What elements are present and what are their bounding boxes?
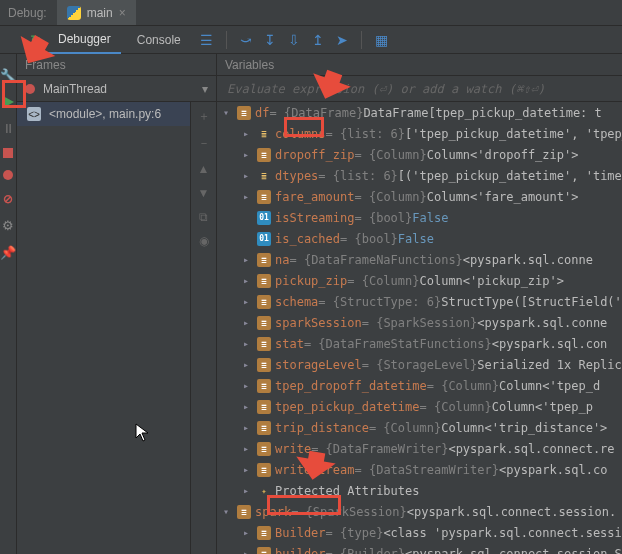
mute-breakpoints-icon[interactable]: ⊘ [3, 192, 13, 206]
chevron-right-icon[interactable] [243, 128, 257, 139]
var-protected[interactable]: ✦Protected Attributes [217, 480, 622, 501]
step-out-icon[interactable]: ↥ [309, 32, 327, 48]
restart-icon[interactable]: ↻ [30, 32, 42, 48]
var-sparksession[interactable]: ≡sparkSession = {SparkSession} <pyspark.… [217, 312, 622, 333]
chevron-right-icon[interactable] [243, 380, 257, 391]
force-step-into-icon[interactable]: ⇩ [285, 32, 303, 48]
chevron-right-icon[interactable] [243, 464, 257, 475]
chevron-right-icon[interactable] [243, 338, 257, 349]
add-icon[interactable]: ＋ [198, 108, 210, 125]
variables-tree[interactable]: ≡ df = {DataFrame} DataFrame[tpep_pickup… [217, 102, 622, 554]
var-builder[interactable]: ≡builder = {Builder} <pyspark.sql.connec… [217, 543, 622, 554]
run-to-cursor-icon[interactable]: ➤ [333, 32, 351, 48]
var-tpep-dropoff[interactable]: ≡tpep_dropoff_datetime = {Column} Column… [217, 375, 622, 396]
field-icon: ≡ [257, 274, 271, 288]
field-icon: ≡ [257, 526, 271, 540]
dataframe-icon: ≡ [237, 106, 251, 120]
chevron-right-icon[interactable] [243, 422, 257, 433]
remove-icon[interactable]: － [198, 135, 210, 152]
variables-header: Variables [217, 54, 622, 76]
var-trip-distance[interactable]: ≡trip_distance = {Column} Column<'trip_d… [217, 417, 622, 438]
list-icon: ≣ [257, 169, 271, 183]
var-write[interactable]: ≡write = {DataFrameWriter} <pyspark.sql.… [217, 438, 622, 459]
evaluate-icon[interactable]: ▦ [372, 32, 391, 48]
chevron-right-icon[interactable] [243, 191, 257, 202]
var-dtypes[interactable]: ≣dtypes = {list: 6} [('tpep_pickup_datet… [217, 165, 622, 186]
field-icon: ≡ [257, 358, 271, 372]
field-icon: ≡ [257, 421, 271, 435]
pause-icon[interactable]: ⏸ [2, 121, 15, 136]
var-fare-amount[interactable]: ≡fare_amount = {Column} Column<'fare_amo… [217, 186, 622, 207]
file-tab-main[interactable]: main × [57, 0, 136, 25]
chevron-right-icon[interactable] [243, 485, 257, 496]
field-icon: ≡ [257, 463, 271, 477]
evaluate-input[interactable]: Evaluate expression (⏎) or add a watch (… [217, 76, 622, 102]
var-iscached[interactable]: 01is_cached = {bool} False [217, 228, 622, 249]
chevron-right-icon[interactable] [243, 296, 257, 307]
debug-label: Debug: [8, 6, 47, 20]
var-name: df [255, 106, 269, 120]
resume-button[interactable] [1, 95, 15, 109]
var-writestream[interactable]: ≡writeStream = {DataStreamWriter} <pyspa… [217, 459, 622, 480]
chevron-right-icon[interactable] [243, 275, 257, 286]
var-schema[interactable]: ≡schema = {StructType: 6} StructType([St… [217, 291, 622, 312]
python-icon [67, 6, 81, 20]
chevron-right-icon[interactable] [243, 254, 257, 265]
chevron-right-icon[interactable] [243, 149, 257, 160]
var-pickup-zip[interactable]: ≡pickup_zip = {Column} Column<'pickup_zi… [217, 270, 622, 291]
pin-icon[interactable]: 📌 [0, 245, 16, 260]
var-na[interactable]: ≡na = {DataFrameNaFunctions} <pyspark.sq… [217, 249, 622, 270]
left-action-bar: 🔧 ⏸ ⊘ ⚙ 📌 [0, 54, 17, 554]
field-icon: ≡ [257, 295, 271, 309]
up-icon[interactable]: ▲ [198, 162, 210, 176]
bool-icon: 01 [257, 211, 271, 225]
variables-panel: Variables Evaluate expression (⏎) or add… [217, 54, 622, 554]
chevron-right-icon[interactable] [243, 170, 257, 181]
thread-selector[interactable]: MainThread ▾ [17, 76, 216, 102]
field-icon: ≡ [257, 253, 271, 267]
copy-icon[interactable]: ⧉ [199, 210, 208, 224]
chevron-down-icon[interactable] [223, 107, 237, 118]
view-breakpoints-icon[interactable] [3, 170, 13, 180]
stop-button[interactable] [3, 148, 13, 158]
var-spark[interactable]: ≡ spark = {SparkSession} <pyspark.sql.co… [217, 501, 622, 522]
var-Builder[interactable]: ≡Builder = {type} <class 'pyspark.sql.co… [217, 522, 622, 543]
chevron-right-icon[interactable] [243, 443, 257, 454]
chevron-right-icon[interactable] [243, 359, 257, 370]
field-icon: ≡ [257, 400, 271, 414]
field-icon: ≡ [257, 379, 271, 393]
frame-item[interactable]: <> <module>, main.py:6 [17, 102, 190, 126]
var-stat[interactable]: ≡stat = {DataFrameStatFunctions} <pyspar… [217, 333, 622, 354]
field-icon: ≡ [257, 316, 271, 330]
chevron-right-icon[interactable] [243, 527, 257, 538]
frames-side-actions: ＋ － ▲ ▼ ⧉ ◉ [190, 102, 216, 554]
var-columns[interactable]: ≣columns = {list: 6} ['tpep_pickup_datet… [217, 123, 622, 144]
chevron-right-icon[interactable] [243, 548, 257, 554]
step-over-icon[interactable]: ⤻ [237, 32, 255, 48]
chevron-down-icon[interactable] [223, 506, 237, 517]
watch-icon[interactable]: ◉ [199, 234, 209, 248]
var-isstreaming[interactable]: 01isStreaming = {bool} False [217, 207, 622, 228]
tab-debugger[interactable]: Debugger [48, 26, 121, 54]
field-icon: ≡ [257, 337, 271, 351]
chevron-down-icon: ▾ [202, 82, 208, 96]
var-df[interactable]: ≡ df = {DataFrame} DataFrame[tpep_pickup… [217, 102, 622, 123]
layout-icon[interactable]: ☰ [197, 32, 216, 48]
list-icon: ≣ [257, 127, 271, 141]
var-storagelevel[interactable]: ≡storageLevel = {StorageLevel} Serialize… [217, 354, 622, 375]
field-icon: ≡ [257, 442, 271, 456]
var-tpep-pickup[interactable]: ≡tpep_pickup_datetime = {Column} Column<… [217, 396, 622, 417]
close-icon[interactable]: × [119, 6, 126, 20]
step-into-icon[interactable]: ↧ [261, 32, 279, 48]
wrench-icon[interactable]: 🔧 [0, 68, 16, 83]
frame-label: <module>, main.py:6 [49, 107, 161, 121]
down-icon[interactable]: ▼ [198, 186, 210, 200]
var-dropoff-zip[interactable]: ≡dropoff_zip = {Column} Column<'dropoff_… [217, 144, 622, 165]
field-icon: ≡ [257, 190, 271, 204]
file-tab-label: main [87, 6, 113, 20]
chevron-right-icon[interactable] [243, 401, 257, 412]
settings-icon[interactable]: ⚙ [2, 218, 14, 233]
group-icon: ✦ [257, 484, 271, 498]
chevron-right-icon[interactable] [243, 317, 257, 328]
tab-console[interactable]: Console [127, 27, 191, 53]
